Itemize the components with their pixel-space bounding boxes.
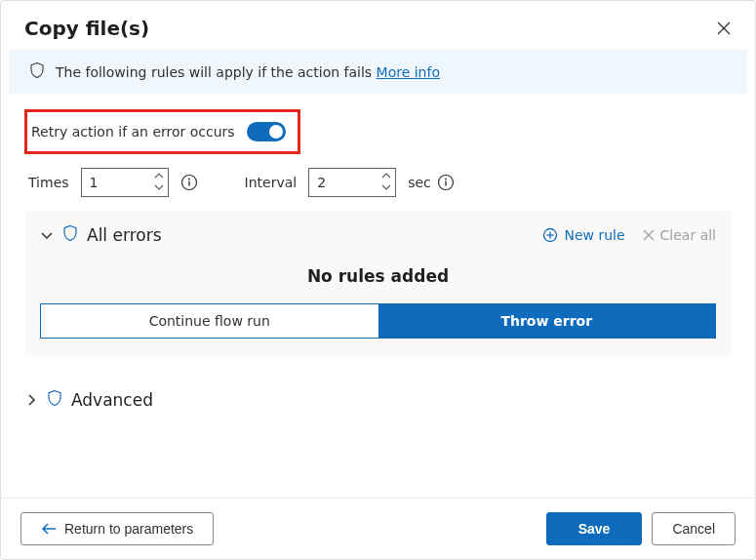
close-icon[interactable]: [716, 20, 732, 36]
dialog-footer: Return to parameters Save Cancel: [1, 498, 755, 559]
info-banner: The following rules will apply if the ac…: [9, 50, 747, 94]
dialog-title: Copy file(s): [24, 17, 149, 40]
toggle-knob: [269, 125, 283, 139]
chevron-down-icon[interactable]: [154, 181, 164, 193]
shield-icon: [28, 61, 46, 82]
no-rules-text: No rules added: [40, 266, 716, 286]
shield-icon: [46, 389, 63, 410]
errors-header-right: New rule Clear all: [542, 227, 716, 243]
new-rule-label: New rule: [564, 227, 624, 243]
throw-error-button[interactable]: Throw error: [378, 304, 716, 338]
svg-rect-4: [188, 181, 189, 186]
interval-spin: [381, 170, 391, 193]
interval-unit: sec: [408, 175, 431, 190]
plus-circle-icon: [542, 227, 558, 243]
footer-right: Save Cancel: [546, 512, 736, 545]
banner-text: The following rules will apply if the ac…: [56, 64, 440, 80]
dialog-header: Copy file(s): [1, 1, 755, 50]
errors-header: All errors New rule Clear all: [40, 224, 716, 245]
chevron-right-icon: [24, 393, 38, 407]
dialog-body: Retry action if an error occurs Times In…: [1, 94, 755, 498]
shield-icon: [61, 224, 79, 245]
chevron-up-icon[interactable]: [154, 170, 164, 181]
chevron-up-icon[interactable]: [381, 170, 391, 181]
arrow-left-icon: [41, 522, 57, 536]
interval-label: Interval: [245, 175, 298, 190]
errors-header-left: All errors: [40, 224, 162, 245]
svg-rect-7: [445, 181, 446, 186]
times-label: Times: [28, 175, 69, 190]
info-icon[interactable]: [180, 174, 198, 191]
clear-all-label: Clear all: [660, 227, 716, 243]
errors-section-title: All errors: [87, 225, 162, 245]
info-icon[interactable]: [437, 174, 455, 191]
interval-stepper[interactable]: [308, 168, 396, 197]
advanced-section-header[interactable]: Advanced: [24, 389, 732, 410]
svg-point-3: [188, 179, 190, 180]
chevron-down-icon[interactable]: [381, 181, 391, 193]
retry-label: Retry action if an error occurs: [31, 124, 235, 140]
error-mode-toggle: Continue flow run Throw error: [40, 303, 716, 339]
more-info-link[interactable]: More info: [377, 64, 440, 80]
chevron-down-icon[interactable]: [40, 228, 54, 242]
banner-message: The following rules will apply if the ac…: [56, 64, 372, 80]
times-input[interactable]: [82, 175, 140, 190]
retry-toggle-row: Retry action if an error occurs: [24, 109, 300, 154]
svg-point-6: [445, 179, 447, 180]
retry-settings-row: Times Interval sec: [24, 168, 732, 197]
return-button-label: Return to parameters: [64, 521, 193, 537]
cancel-button[interactable]: Cancel: [652, 512, 736, 545]
clear-all-button: Clear all: [643, 227, 716, 243]
continue-flow-run-button[interactable]: Continue flow run: [41, 304, 378, 338]
times-spin: [154, 170, 164, 193]
interval-input[interactable]: [309, 175, 368, 190]
new-rule-button[interactable]: New rule: [542, 227, 624, 243]
errors-panel: All errors New rule Clear all No rules a…: [24, 211, 732, 356]
retry-toggle[interactable]: [247, 122, 286, 141]
save-button[interactable]: Save: [546, 512, 643, 545]
advanced-title: Advanced: [71, 390, 153, 410]
error-handling-dialog: Copy file(s) The following rules will ap…: [0, 0, 756, 560]
return-to-parameters-button[interactable]: Return to parameters: [20, 512, 214, 545]
times-stepper[interactable]: [81, 168, 169, 197]
close-icon: [643, 229, 655, 241]
